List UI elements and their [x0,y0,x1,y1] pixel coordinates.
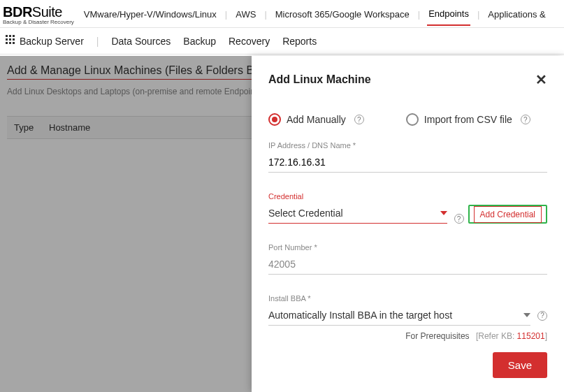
radio-label: Add Manually [287,114,346,125]
add-credential-link[interactable]: Add Credential [474,206,542,223]
port-input[interactable] [268,254,547,275]
chevron-down-icon [440,211,447,215]
radio-icon [406,113,419,126]
sub-nav: Backup Server | Data Sources Backup Reco… [0,28,564,55]
chevron-down-icon [523,313,530,317]
svg-rect-7 [9,42,11,44]
help-icon[interactable]: ? [521,115,530,124]
add-mode-radio-group: Add Manually ? Import from CSV file ? [268,113,547,126]
nav-separator: | [418,9,420,20]
panel-header: Add Linux Machine ✕ [252,56,564,95]
nav-separator: | [225,9,227,20]
panel-body: Add Manually ? Import from CSV file ? IP… [252,95,564,341]
svg-rect-8 [13,42,15,44]
help-icon[interactable]: ? [537,311,547,321]
topnav-vmware[interactable]: VMware/Hyper-V/Windows/Linux [82,3,218,25]
svg-rect-3 [6,38,8,41]
radio-add-manually[interactable]: Add Manually ? [268,113,364,126]
ip-input[interactable] [268,152,547,173]
close-icon[interactable]: ✕ [535,71,547,88]
add-credential-highlight: Add Credential [468,205,547,224]
subnav-backup[interactable]: Backup [183,36,216,47]
radio-label: Import from CSV file [424,114,512,125]
add-linux-machine-panel: Add Linux Machine ✕ Add Manually ? Impor… [252,56,564,392]
nav-separator: | [264,9,266,20]
subnav-lead-label: Backup Server [20,36,84,47]
subnav-backup-server[interactable]: Backup Server [6,35,84,47]
topnav-endpoints[interactable]: Endpoints [427,3,470,26]
ip-label: IP Address / DNS Name * [268,141,547,150]
svg-rect-5 [13,38,15,41]
install-bba-select[interactable]: Automatically Install BBA in the target … [268,305,530,326]
nav-separator: | [477,9,479,20]
top-nav: VMware/Hyper-V/Windows/Linux | AWS | Mic… [82,3,558,26]
kb-link[interactable]: 115201 [517,331,545,341]
port-label: Port Number * [268,243,547,252]
brand-logo: BDRSuite [3,4,74,20]
topnav-aws[interactable]: AWS [234,3,257,25]
credential-label: Credential [268,192,547,201]
svg-rect-1 [9,35,11,37]
ip-address-field: IP Address / DNS Name * [268,141,547,173]
help-icon[interactable]: ? [354,115,364,124]
nav-separator: | [96,36,99,47]
svg-rect-6 [6,42,8,44]
topnav-m365[interactable]: Microsoft 365/Google Workspace [274,3,411,25]
install-bba-field: Install BBA * Automatically Install BBA … [268,294,547,341]
install-label: Install BBA * [268,294,547,303]
panel-footer: Save [252,341,564,392]
subnav-recovery[interactable]: Recovery [229,36,270,47]
brand-tagline: Backup & Disaster Recovery [3,19,74,25]
kb-close: ] [545,331,547,341]
kb-label: [Refer KB: [476,331,514,341]
credential-selected-text: Select Credential [268,208,343,219]
save-button[interactable]: Save [493,352,547,378]
svg-rect-2 [13,35,15,37]
brand-bar: BDRSuite Backup & Disaster Recovery VMwa… [0,0,564,28]
radio-import-csv[interactable]: Import from CSV file ? [406,113,530,126]
subnav-reports[interactable]: Reports [282,36,317,47]
svg-rect-4 [9,38,11,41]
grid-icon [6,35,15,47]
radio-icon [268,113,281,126]
svg-rect-0 [6,35,8,37]
subnav-data-sources[interactable]: Data Sources [111,36,171,47]
port-number-field: Port Number * [268,243,547,275]
brand-logo-block: BDRSuite Backup & Disaster Recovery [3,4,74,25]
credential-select[interactable]: Select Credential [268,203,447,224]
help-icon[interactable]: ? [454,214,464,224]
prerequisites-note: For Prerequisites [Refer KB: 115201] [268,331,547,341]
install-selected-text: Automatically Install BBA in the target … [268,310,452,321]
topnav-applications[interactable]: Applications & [486,3,547,25]
prereq-text: For Prerequisites [405,331,469,341]
credential-field: Credential Select Credential ? Add Crede… [268,192,547,224]
panel-title: Add Linux Machine [268,73,371,86]
